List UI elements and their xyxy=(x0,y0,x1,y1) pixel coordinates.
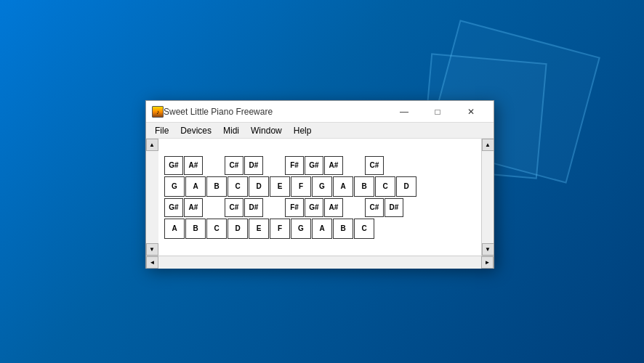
key-As2-upper[interactable]: A# xyxy=(324,156,343,175)
key-Cs2-upper[interactable]: C# xyxy=(365,156,384,175)
horizontal-scrollbar: ◄ ► xyxy=(146,256,494,268)
key-C-lower[interactable]: C xyxy=(206,219,227,239)
key-Fs-upper[interactable]: F# xyxy=(285,156,304,175)
menu-help[interactable]: Help xyxy=(288,124,318,137)
menu-devices[interactable]: Devices xyxy=(174,124,217,137)
desktop: ♪ Sweet Little Piano Freeware — □ ✕ File… xyxy=(0,0,644,363)
black-keys-row-1: G# A# C# D# F# G# A# C# xyxy=(164,156,475,175)
scroll-up-right-button[interactable]: ▲ xyxy=(482,139,494,151)
key-As-upper[interactable]: A# xyxy=(184,156,203,175)
key-G-lower[interactable]: G xyxy=(291,219,311,239)
key-Cs2-lower[interactable]: C# xyxy=(365,198,384,217)
spacer-4 xyxy=(204,198,224,217)
key-Ds-lower[interactable]: D# xyxy=(244,198,263,217)
key-D[interactable]: D xyxy=(249,176,269,197)
key-E-lower[interactable]: E xyxy=(249,219,269,239)
key-F[interactable]: F xyxy=(291,176,311,197)
key-As2-lower[interactable]: A# xyxy=(324,198,343,217)
menu-window[interactable]: Window xyxy=(245,124,288,137)
key-C2-lower[interactable]: C xyxy=(354,219,374,239)
app-window: ♪ Sweet Little Piano Freeware — □ ✕ File… xyxy=(145,100,494,269)
menu-file[interactable]: File xyxy=(149,124,174,137)
key-Gs-lower[interactable]: G# xyxy=(164,198,183,217)
key-E[interactable]: E xyxy=(270,176,290,197)
maximize-button[interactable]: □ xyxy=(421,101,454,123)
spacer-2 xyxy=(264,156,284,175)
key-Ds-upper[interactable]: D# xyxy=(244,156,263,175)
close-button[interactable]: ✕ xyxy=(454,101,488,123)
key-F-lower[interactable]: F xyxy=(270,219,290,239)
left-scrollbar: ▲ ▼ xyxy=(146,139,158,256)
key-B-lower[interactable]: B xyxy=(185,219,206,239)
key-C2[interactable]: C xyxy=(375,176,395,197)
key-D-lower[interactable]: D xyxy=(228,219,248,239)
minimize-button[interactable]: — xyxy=(387,101,421,123)
right-scroll-track xyxy=(482,151,494,243)
piano-keyboard: G# A# C# D# F# G# A# C# G xyxy=(158,139,481,256)
right-scrollbar: ▲ ▼ xyxy=(481,139,494,256)
key-B2-lower[interactable]: B xyxy=(333,219,353,239)
key-As-lower[interactable]: A# xyxy=(184,198,203,217)
white-keys-row-1: G A B C D E F G A B C D xyxy=(164,176,475,197)
key-D2[interactable]: D xyxy=(396,176,416,197)
menu-bar: File Devices Midi Window Help xyxy=(146,123,494,139)
scroll-down-right-button[interactable]: ▼ xyxy=(482,243,494,256)
key-Gs-upper[interactable]: G# xyxy=(164,156,183,175)
scroll-right-button[interactable]: ► xyxy=(481,256,494,269)
black-keys-row-2: G# A# C# D# F# G# A# C# D# xyxy=(164,198,475,217)
key-A[interactable]: A xyxy=(185,176,206,197)
key-Cs-lower[interactable]: C# xyxy=(225,198,243,217)
scroll-down-button[interactable]: ▼ xyxy=(146,243,158,256)
white-keys-row-2: A B C D E F G A B C xyxy=(164,219,475,239)
key-C[interactable]: C xyxy=(228,176,248,197)
key-Fs-lower[interactable]: F# xyxy=(285,198,304,217)
content-area: ▲ ▼ G# A# C# D# F# G xyxy=(146,139,494,268)
menu-midi[interactable]: Midi xyxy=(217,124,245,137)
app-icon: ♪ xyxy=(152,106,164,118)
key-B[interactable]: B xyxy=(206,176,227,197)
key-G2[interactable]: G xyxy=(312,176,332,197)
spacer-1 xyxy=(204,156,224,175)
key-G[interactable]: G xyxy=(164,176,185,197)
key-A2[interactable]: A xyxy=(333,176,353,197)
spacer-3 xyxy=(344,156,364,175)
left-scroll-track xyxy=(146,151,158,243)
window-title: Sweet Little Piano Freeware xyxy=(164,107,387,117)
key-A-lower[interactable]: A xyxy=(164,219,185,239)
hscroll-track xyxy=(158,256,481,269)
scroll-up-button[interactable]: ▲ xyxy=(146,139,158,151)
key-A2-lower[interactable]: A xyxy=(312,219,332,239)
key-Ds2-lower[interactable]: D# xyxy=(385,198,403,217)
title-bar: ♪ Sweet Little Piano Freeware — □ ✕ xyxy=(146,101,494,123)
key-Gs2-lower[interactable]: G# xyxy=(305,198,323,217)
spacer-5 xyxy=(264,198,284,217)
window-controls: — □ ✕ xyxy=(387,101,488,123)
key-Cs-upper[interactable]: C# xyxy=(225,156,243,175)
key-B2[interactable]: B xyxy=(354,176,374,197)
scroll-left-button[interactable]: ◄ xyxy=(146,256,158,269)
spacer-6 xyxy=(344,198,364,217)
key-Gs2-upper[interactable]: G# xyxy=(305,156,323,175)
